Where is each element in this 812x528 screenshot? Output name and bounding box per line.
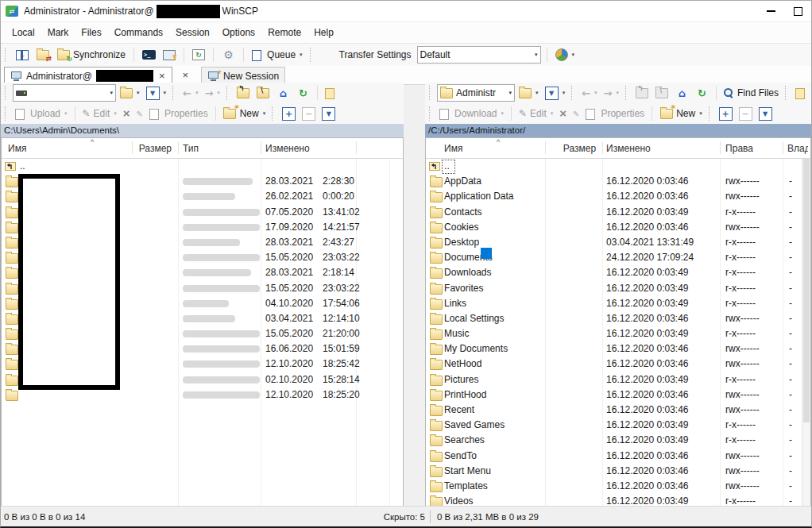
column-divider[interactable] xyxy=(783,141,783,154)
right-forward-button[interactable]: →▾ xyxy=(601,86,621,101)
new-session-tab[interactable]: + New Session xyxy=(201,67,285,84)
menu-item-local[interactable]: Local xyxy=(6,25,41,40)
right-back-button[interactable]: ←▾ xyxy=(579,86,599,101)
sync-browsing-button[interactable]: ⇄ xyxy=(33,47,52,63)
column-header-name[interactable]: Имя xyxy=(444,143,462,154)
menu-item-files[interactable]: Files xyxy=(75,25,107,40)
parent-dir-row[interactable]: .. xyxy=(426,159,810,174)
column-header-size[interactable]: Размер xyxy=(559,143,596,154)
left-filter-button[interactable]: ▼▾ xyxy=(144,85,169,102)
column-header-rights[interactable]: Права xyxy=(725,143,753,154)
right-select-filter-button[interactable]: ▼ xyxy=(756,106,775,122)
left-parent-directory-button[interactable]: ↰ xyxy=(234,85,253,101)
right-collapse-button[interactable]: − xyxy=(737,106,755,122)
toolbar-grip[interactable] xyxy=(5,86,9,100)
file-row[interactable]: Searches16.12.2020 0:03:49r-x------- xyxy=(426,433,810,448)
file-row[interactable]: Saved Games16.12.2020 0:03:49r-x------- xyxy=(426,418,810,433)
file-row[interactable]: My Documents16.12.2020 0:03:46rwx------- xyxy=(426,341,810,356)
column-header-name[interactable]: Имя xyxy=(8,143,26,154)
toolbar-grip[interactable] xyxy=(310,48,314,62)
right-open-directory-button[interactable]: ▾ xyxy=(516,87,541,100)
left-path-bar[interactable]: C:\Users\Admin\Documents\ xyxy=(1,124,404,137)
column-header-owner[interactable]: Владелец xyxy=(787,143,808,154)
toolbar-grip[interactable] xyxy=(571,86,575,100)
right-edit-button[interactable]: ✎ Edit ▾ xyxy=(516,106,555,121)
right-root-directory-button[interactable]: \ xyxy=(653,85,671,101)
menu-item-options[interactable]: Options xyxy=(216,25,261,40)
file-row[interactable]: SendTo16.12.2020 0:03:46rwx------- xyxy=(426,449,810,464)
left-rename-button[interactable]: ✎ xyxy=(134,108,145,120)
file-row[interactable]: Recent16.12.2020 0:03:46rwx------- xyxy=(426,403,810,418)
file-row[interactable]: Pictures16.12.2020 0:03:49r-x------- xyxy=(426,372,810,387)
column-divider[interactable] xyxy=(261,141,261,154)
scrollbar-thumb[interactable] xyxy=(803,159,810,422)
column-divider[interactable] xyxy=(356,141,357,154)
column-header-size[interactable]: Размер xyxy=(133,143,172,154)
right-properties-button[interactable]: Properties xyxy=(583,106,647,121)
transfer-options-button[interactable]: ▾ xyxy=(553,47,578,63)
left-forward-button[interactable]: →▾ xyxy=(202,86,222,101)
left-root-directory-button[interactable]: \ xyxy=(254,85,273,101)
right-new-button[interactable]: * New ▾ xyxy=(657,106,705,121)
menu-item-session[interactable]: Session xyxy=(169,25,216,40)
synchronize-button[interactable]: ↻ Synchronize xyxy=(54,47,128,63)
menu-item-remote[interactable]: Remote xyxy=(261,25,307,40)
file-row[interactable]: Templates16.12.2020 0:03:46rwx------- xyxy=(426,479,810,494)
file-row[interactable]: Links16.12.2020 0:03:49r-x------- xyxy=(426,296,810,311)
file-row[interactable]: Downloads16.12.2020 0:03:49r-x------- xyxy=(426,265,810,280)
find-files-button[interactable]: Find Files xyxy=(721,86,781,100)
left-copy-paths-button[interactable] xyxy=(323,85,339,101)
left-expand-button[interactable]: + xyxy=(280,106,298,122)
left-back-button[interactable]: ←▾ xyxy=(180,86,200,101)
upload-button[interactable]: Upload ▾ xyxy=(13,106,70,121)
file-row[interactable]: Favorites16.12.2020 0:03:49r-x------- xyxy=(426,281,810,296)
left-refresh-button[interactable]: ↻ xyxy=(294,85,312,101)
open-console-button[interactable]: >_ xyxy=(140,48,158,61)
left-home-directory-button[interactable]: ⌂ xyxy=(274,85,292,101)
left-drive-select[interactable]: ▾ xyxy=(13,84,116,102)
file-row[interactable]: Cookies16.12.2020 0:03:46rwx------- xyxy=(426,220,810,235)
commander-layout-button[interactable]: ↔ xyxy=(14,48,31,62)
file-row[interactable]: Start Menu16.12.2020 0:03:46rwx------- xyxy=(426,464,810,479)
file-row[interactable]: AppData16.12.2020 0:03:46rwx------- xyxy=(426,174,810,189)
toolbar-grip[interactable] xyxy=(429,106,433,121)
queue-button[interactable]: Queue ▾ xyxy=(249,47,305,63)
right-delete-button[interactable]: × xyxy=(557,106,569,121)
right-rename-button[interactable]: ✎ xyxy=(570,108,582,120)
column-header-modified[interactable]: Изменено xyxy=(265,143,310,154)
toolbar-grip[interactable] xyxy=(272,106,276,121)
maximize-button[interactable] xyxy=(784,2,811,21)
toolbar-grip[interactable] xyxy=(625,86,629,100)
file-row[interactable]: NetHood16.12.2020 0:03:46rwx------- xyxy=(426,356,810,372)
right-directory-select[interactable]: Administr ▾ xyxy=(437,84,515,102)
right-scrollbar[interactable] xyxy=(802,159,810,506)
file-row[interactable]: Application Data16.12.2020 0:03:46rwx---… xyxy=(426,189,810,204)
menu-item-mark[interactable]: Mark xyxy=(41,25,75,40)
column-header-type[interactable]: Тип xyxy=(183,143,199,154)
toolbar-grip[interactable] xyxy=(785,86,789,100)
right-parent-directory-button[interactable]: ↰ xyxy=(633,85,652,101)
right-copy-paths-button[interactable] xyxy=(793,85,810,101)
left-new-button[interactable]: * New ▾ xyxy=(221,106,269,121)
column-divider[interactable] xyxy=(545,141,546,154)
column-divider[interactable] xyxy=(132,141,133,154)
right-path-bar[interactable]: /C:/Users/Administrator/ xyxy=(425,124,811,137)
column-header-modified[interactable]: Изменено xyxy=(606,143,651,154)
parent-dir-row[interactable]: .. xyxy=(2,159,403,174)
toolbar-grip[interactable] xyxy=(5,106,9,121)
right-home-directory-button[interactable]: ⌂ xyxy=(673,85,691,101)
minimize-button[interactable] xyxy=(757,2,784,21)
transfer-settings-select[interactable]: Default ▾ xyxy=(417,46,541,64)
file-row[interactable]: Local Settings16.12.2020 0:03:46rwx-----… xyxy=(426,311,810,326)
preferences-button[interactable]: ⚙ xyxy=(219,47,238,63)
right-filter-button[interactable]: ▼▾ xyxy=(543,85,568,102)
left-delete-button[interactable]: × xyxy=(121,106,133,121)
left-properties-button[interactable]: Properties xyxy=(147,106,211,121)
open-in-putty-button[interactable] xyxy=(160,48,178,62)
menu-item-commands[interactable]: Commands xyxy=(108,25,169,40)
toolbar-grip[interactable] xyxy=(709,106,713,121)
column-divider[interactable] xyxy=(720,141,721,154)
left-open-directory-button[interactable]: ▾ xyxy=(118,87,142,100)
tab-close-icon[interactable]: × xyxy=(157,71,167,82)
refresh-session-button[interactable]: ↻ xyxy=(190,48,207,62)
